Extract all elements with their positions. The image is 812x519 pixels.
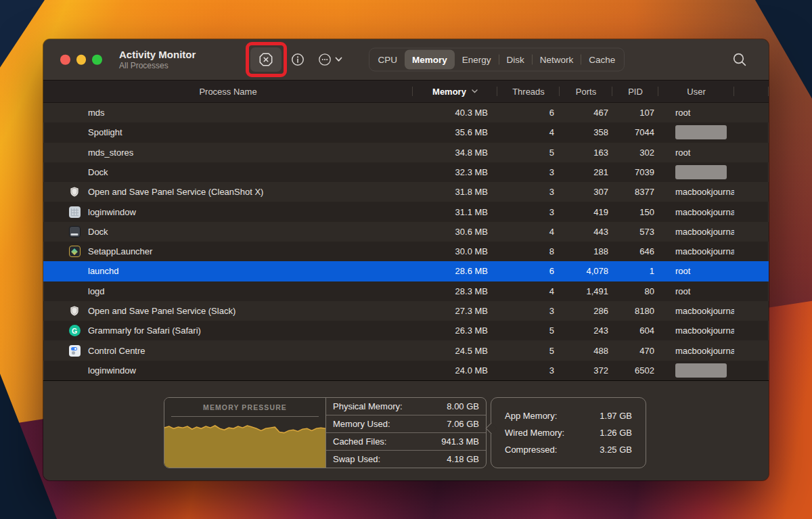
process-row-mds-stores-302[interactable]: mds_stores34.8 MB5163302root: [43, 143, 769, 162]
stat-wired-memory: Wired Memory:1.26 GB: [505, 428, 632, 438]
stat-value: 8.00 GB: [447, 401, 479, 411]
username-text: macbookjourna: [675, 187, 734, 197]
user-cell: macbookjourna: [658, 340, 734, 360]
row-filler: [734, 242, 769, 261]
pid-cell: 470: [612, 340, 658, 360]
process-row-grammarly-for-safari-safari-604[interactable]: GGrammarly for Safari (Safari)26.3 MB524…: [43, 321, 769, 340]
column-header-process-name[interactable]: Process Name: [43, 81, 413, 102]
process-icon-slot: G: [68, 325, 81, 337]
shield-icon: [69, 305, 80, 317]
ports-cell: 1,491: [560, 281, 612, 301]
column-header-threads[interactable]: Threads: [497, 81, 560, 102]
user-cell: macbookjourna: [658, 301, 734, 321]
process-row-mds-107[interactable]: mds40.3 MB6467107root: [43, 103, 769, 122]
chevron-down-icon: [335, 57, 342, 62]
search-icon: [732, 52, 747, 67]
setapp-icon: [69, 246, 81, 257]
memory-cell: 30.6 MB: [413, 222, 497, 242]
user-cell: root: [658, 261, 734, 281]
memory-cell: 40.3 MB: [413, 103, 497, 122]
row-filler: [734, 301, 769, 321]
tab-network[interactable]: Network: [533, 50, 581, 70]
zoom-window-button[interactable]: [92, 55, 102, 65]
pid-cell: 6502: [612, 361, 658, 380]
stop-process-button[interactable]: [250, 47, 281, 72]
ports-cell: 372: [560, 361, 612, 380]
process-name: Grammarly for Safari (Safari): [88, 325, 201, 336]
loginwindow-icon: [69, 206, 81, 218]
search-button[interactable]: [732, 52, 747, 67]
threads-cell: 3: [497, 182, 560, 202]
column-header-user[interactable]: User: [658, 81, 734, 102]
row-filler: [734, 281, 769, 301]
view-switcher: CPUMemoryEnergyDiskNetworkCache: [369, 48, 625, 72]
process-name: Dock: [88, 227, 108, 237]
stat-compressed: Compressed:3.25 GB: [505, 445, 632, 455]
process-table: mds40.3 MB6467107rootSpotlight35.6 MB435…: [43, 103, 769, 380]
stat-value: 3.25 GB: [600, 445, 632, 455]
tab-memory[interactable]: Memory: [405, 50, 455, 70]
tab-cache[interactable]: Cache: [581, 50, 623, 70]
ports-cell: 4,078: [560, 261, 612, 281]
more-options-button[interactable]: [318, 53, 342, 66]
process-row-loginwindow-150[interactable]: loginwindow31.1 MB3419150macbookjourna: [43, 202, 769, 221]
memory-cell: 30.0 MB: [413, 242, 497, 261]
memory-cell: 28.6 MB: [413, 261, 497, 281]
memory-cell: 28.3 MB: [413, 281, 497, 301]
stat-memory-used: Memory Used:7.06 GB: [326, 415, 486, 433]
stat-value: 1.97 GB: [600, 411, 632, 421]
stat-value: 7.06 GB: [447, 419, 479, 429]
process-name: Spotlight: [88, 127, 122, 137]
ports-cell: 307: [560, 182, 612, 202]
process-row-control-centre-470[interactable]: Control Centre24.5 MB5488470macbookjourn…: [43, 340, 769, 360]
close-window-button[interactable]: [60, 55, 70, 65]
process-name: Dock: [88, 167, 108, 177]
memory-cell: 34.8 MB: [413, 143, 497, 162]
column-header-filler: [734, 81, 769, 102]
process-icon-slot: [68, 186, 81, 198]
info-button[interactable]: [290, 52, 305, 67]
process-row-loginwindow-6502[interactable]: loginwindow24.0 MB33726502: [43, 361, 769, 380]
user-cell: [658, 162, 734, 182]
column-header-ports[interactable]: Ports: [560, 81, 612, 102]
process-icon-slot: [68, 206, 81, 218]
traffic-lights: [60, 55, 102, 65]
user-cell: [658, 361, 734, 380]
memory-breakdown-panel: App Memory:1.97 GBWired Memory:1.26 GBCo…: [491, 397, 646, 468]
pid-cell: 8377: [612, 182, 658, 202]
process-name: Control Centre: [88, 346, 145, 356]
process-row-spotlight-7044[interactable]: Spotlight35.6 MB43587044: [43, 122, 769, 142]
tab-cpu[interactable]: CPU: [371, 50, 405, 70]
stat-swap-used: Swap Used:4.18 GB: [326, 451, 486, 468]
shield-icon: [69, 186, 80, 198]
page-title: Activity Monitor: [119, 49, 196, 61]
column-header-memory[interactable]: Memory: [413, 81, 497, 102]
process-row-open-and-save-panel-service-cleanshot-x-8377[interactable]: Open and Save Panel Service (CleanShot X…: [43, 182, 769, 202]
process-row-logd-80[interactable]: logd28.3 MB41,49180root: [43, 281, 769, 301]
stat-label: Memory Used:: [333, 419, 390, 429]
process-row-launchd-1[interactable]: launchd28.6 MB64,0781root: [43, 261, 769, 281]
process-icon-slot-empty: [68, 285, 81, 297]
process-row-dock-7039[interactable]: Dock32.3 MB32817039: [43, 162, 769, 182]
process-row-setapplauncher-646[interactable]: SetappLauncher30.0 MB8188646macbookjourn…: [43, 242, 769, 261]
process-row-open-and-save-panel-service-slack-8180[interactable]: Open and Save Panel Service (Slack)27.3 …: [43, 301, 769, 321]
memory-stats-list: Physical Memory:8.00 GBMemory Used:7.06 …: [326, 398, 486, 468]
user-cell: [658, 122, 734, 142]
redacted-username: [675, 363, 727, 378]
stat-label: Wired Memory:: [505, 428, 564, 438]
row-filler: [734, 162, 769, 182]
tab-disk[interactable]: Disk: [499, 50, 532, 70]
row-filler: [734, 361, 769, 380]
ports-cell: 243: [560, 321, 612, 340]
process-icon-slot: [68, 344, 81, 357]
minimize-window-button[interactable]: [76, 55, 87, 65]
tab-energy[interactable]: Energy: [455, 50, 499, 70]
pid-cell: 150: [612, 202, 658, 221]
table-header: Process NameMemoryThreadsPortsPIDUser: [43, 81, 769, 103]
process-name: Open and Save Panel Service (CleanShot X…: [88, 187, 263, 197]
process-row-dock-573[interactable]: Dock30.6 MB4443573macbookjourna: [43, 222, 769, 242]
pid-cell: 107: [612, 103, 658, 122]
process-icon-slot: [68, 246, 81, 258]
threads-cell: 5: [497, 143, 560, 162]
column-header-pid[interactable]: PID: [612, 81, 658, 102]
